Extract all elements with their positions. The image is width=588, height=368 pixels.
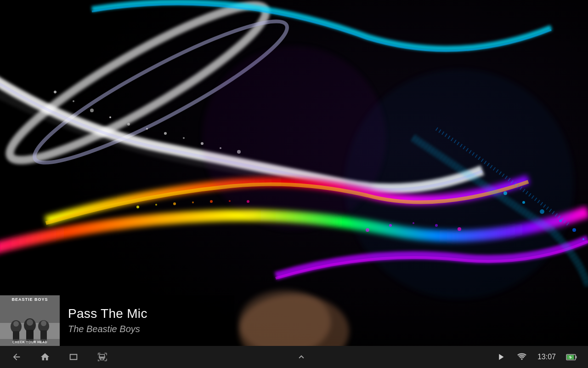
- track-info: Pass The Mic The Beastie Boys: [60, 307, 147, 334]
- svg-point-4: [54, 91, 57, 93]
- chevron-up-button[interactable]: [294, 350, 309, 364]
- svg-point-5: [73, 100, 74, 102]
- svg-point-9: [146, 128, 148, 130]
- play-button[interactable]: [493, 350, 508, 364]
- svg-point-19: [210, 200, 213, 203]
- nav-left-buttons: [9, 350, 109, 364]
- svg-point-7: [109, 116, 111, 118]
- svg-point-16: [155, 204, 157, 206]
- svg-rect-51: [100, 358, 103, 360]
- navigation-bar: 13:07: [0, 346, 588, 368]
- svg-point-36: [345, 69, 574, 299]
- album-label-top: BEASTIE BOYS: [0, 297, 60, 302]
- recents-button[interactable]: [66, 350, 81, 364]
- nav-center: [294, 350, 309, 364]
- svg-point-10: [164, 132, 167, 135]
- album-art: BEASTIE BOYS CHECK YOUR HEAD: [0, 295, 60, 346]
- svg-point-11: [183, 137, 185, 139]
- status-bar: 13:07: [493, 350, 579, 364]
- svg-point-49: [41, 321, 46, 326]
- status-time: 13:07: [536, 350, 558, 364]
- album-label-bottom: CHECK YOUR HEAD: [0, 340, 60, 344]
- svg-point-18: [192, 201, 194, 203]
- svg-point-15: [136, 206, 139, 208]
- home-button[interactable]: [38, 350, 52, 364]
- svg-point-17: [173, 202, 176, 205]
- svg-point-34: [239, 290, 331, 354]
- svg-point-31: [572, 228, 576, 232]
- svg-rect-53: [576, 356, 577, 358]
- back-button[interactable]: [9, 350, 24, 364]
- music-notification-bar[interactable]: BEASTIE BOYS CHECK YOUR HEAD Pass The Mi…: [0, 295, 234, 346]
- track-artist: The Beastie Boys: [68, 324, 147, 334]
- svg-point-8: [127, 123, 130, 126]
- svg-point-47: [13, 321, 19, 327]
- track-title: Pass The Mic: [68, 307, 147, 321]
- signal-icon: [514, 350, 529, 364]
- svg-point-48: [27, 319, 33, 326]
- battery-icon: [564, 350, 579, 364]
- svg-point-32: [582, 238, 584, 240]
- screenshot-button[interactable]: [95, 350, 109, 364]
- svg-point-6: [90, 109, 94, 112]
